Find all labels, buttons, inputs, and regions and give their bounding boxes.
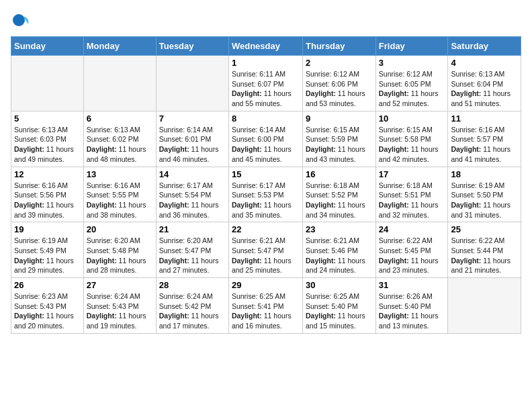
calendar-cell: 3Sunrise: 6:12 AMSunset: 6:05 PMDaylight… bbox=[375, 56, 448, 111]
day-number: 10 bbox=[379, 113, 445, 124]
day-number: 20 bbox=[87, 224, 153, 234]
calendar-cell: 8Sunrise: 6:14 AMSunset: 6:00 PMDaylight… bbox=[228, 111, 302, 167]
day-info: Sunrise: 6:21 AMSunset: 5:47 PMDaylight:… bbox=[232, 236, 300, 275]
calendar-cell: 2Sunrise: 6:12 AMSunset: 6:06 PMDaylight… bbox=[303, 56, 376, 111]
logo bbox=[11, 11, 32, 30]
day-number: 5 bbox=[14, 113, 81, 124]
day-number: 16 bbox=[306, 169, 373, 179]
day-number: 9 bbox=[306, 113, 373, 124]
day-number: 27 bbox=[87, 280, 153, 290]
day-info: Sunrise: 6:22 AMSunset: 5:44 PMDaylight:… bbox=[451, 236, 518, 275]
calendar-cell: 20Sunrise: 6:20 AMSunset: 5:48 PMDayligh… bbox=[83, 222, 156, 278]
calendar-cell bbox=[11, 56, 84, 111]
day-info: Sunrise: 6:19 AMSunset: 5:50 PMDaylight:… bbox=[451, 181, 518, 220]
page-header bbox=[11, 11, 521, 30]
calendar-cell: 25Sunrise: 6:22 AMSunset: 5:44 PMDayligh… bbox=[448, 222, 521, 278]
calendar-cell: 28Sunrise: 6:24 AMSunset: 5:42 PMDayligh… bbox=[156, 278, 228, 334]
day-info: Sunrise: 6:14 AMSunset: 6:01 PMDaylight:… bbox=[159, 125, 226, 165]
calendar-cell: 14Sunrise: 6:17 AMSunset: 5:54 PMDayligh… bbox=[156, 167, 228, 222]
day-number: 25 bbox=[451, 224, 518, 234]
day-number: 22 bbox=[232, 224, 300, 234]
day-info: Sunrise: 6:15 AMSunset: 5:59 PMDaylight:… bbox=[306, 125, 373, 165]
calendar-cell: 15Sunrise: 6:17 AMSunset: 5:53 PMDayligh… bbox=[228, 167, 302, 222]
day-info: Sunrise: 6:12 AMSunset: 6:05 PMDaylight:… bbox=[379, 69, 445, 109]
day-number: 14 bbox=[159, 169, 226, 179]
calendar-cell bbox=[156, 56, 228, 111]
calendar-cell: 5Sunrise: 6:13 AMSunset: 6:03 PMDaylight… bbox=[11, 111, 84, 167]
calendar-header-friday: Friday bbox=[375, 37, 448, 56]
calendar-cell: 16Sunrise: 6:18 AMSunset: 5:52 PMDayligh… bbox=[303, 167, 376, 222]
day-info: Sunrise: 6:13 AMSunset: 6:04 PMDaylight:… bbox=[451, 69, 518, 109]
day-info: Sunrise: 6:23 AMSunset: 5:43 PMDaylight:… bbox=[14, 291, 81, 331]
calendar-header-saturday: Saturday bbox=[448, 37, 521, 56]
calendar-cell: 13Sunrise: 6:16 AMSunset: 5:55 PMDayligh… bbox=[83, 167, 156, 222]
calendar-cell: 30Sunrise: 6:25 AMSunset: 5:40 PMDayligh… bbox=[303, 278, 376, 334]
calendar-week-row: 12Sunrise: 6:16 AMSunset: 5:56 PMDayligh… bbox=[11, 167, 521, 222]
calendar-header-row: SundayMondayTuesdayWednesdayThursdayFrid… bbox=[11, 37, 521, 56]
day-number: 6 bbox=[87, 113, 153, 124]
logo-icon bbox=[11, 11, 30, 30]
calendar-cell: 18Sunrise: 6:19 AMSunset: 5:50 PMDayligh… bbox=[448, 167, 521, 222]
day-number: 26 bbox=[14, 280, 81, 290]
day-info: Sunrise: 6:21 AMSunset: 5:46 PMDaylight:… bbox=[306, 236, 373, 275]
calendar-table: SundayMondayTuesdayWednesdayThursdayFrid… bbox=[11, 36, 521, 334]
calendar-header-wednesday: Wednesday bbox=[228, 37, 302, 56]
calendar-cell: 4Sunrise: 6:13 AMSunset: 6:04 PMDaylight… bbox=[448, 56, 521, 111]
day-info: Sunrise: 6:16 AMSunset: 5:56 PMDaylight:… bbox=[14, 181, 81, 220]
calendar-cell: 23Sunrise: 6:21 AMSunset: 5:46 PMDayligh… bbox=[303, 222, 376, 278]
day-number: 12 bbox=[14, 169, 81, 179]
day-number: 7 bbox=[159, 113, 226, 124]
day-info: Sunrise: 6:16 AMSunset: 5:55 PMDaylight:… bbox=[87, 181, 153, 220]
calendar-cell: 22Sunrise: 6:21 AMSunset: 5:47 PMDayligh… bbox=[228, 222, 302, 278]
day-info: Sunrise: 6:19 AMSunset: 5:49 PMDaylight:… bbox=[14, 236, 81, 275]
day-info: Sunrise: 6:14 AMSunset: 6:00 PMDaylight:… bbox=[232, 125, 300, 165]
day-info: Sunrise: 6:24 AMSunset: 5:42 PMDaylight:… bbox=[159, 291, 226, 331]
day-number: 18 bbox=[451, 169, 518, 179]
calendar-week-row: 26Sunrise: 6:23 AMSunset: 5:43 PMDayligh… bbox=[11, 278, 521, 334]
calendar-cell: 21Sunrise: 6:20 AMSunset: 5:47 PMDayligh… bbox=[156, 222, 228, 278]
day-number: 29 bbox=[232, 280, 300, 290]
day-info: Sunrise: 6:13 AMSunset: 6:02 PMDaylight:… bbox=[87, 125, 153, 165]
day-info: Sunrise: 6:11 AMSunset: 6:07 PMDaylight:… bbox=[232, 69, 300, 109]
calendar-header-sunday: Sunday bbox=[11, 37, 84, 56]
day-number: 17 bbox=[379, 169, 445, 179]
day-info: Sunrise: 6:16 AMSunset: 5:57 PMDaylight:… bbox=[451, 125, 518, 165]
calendar-header-thursday: Thursday bbox=[303, 37, 376, 56]
calendar-cell bbox=[83, 56, 156, 111]
day-info: Sunrise: 6:24 AMSunset: 5:43 PMDaylight:… bbox=[87, 291, 153, 331]
day-number: 13 bbox=[87, 169, 153, 179]
calendar-cell: 31Sunrise: 6:26 AMSunset: 5:40 PMDayligh… bbox=[375, 278, 448, 334]
day-number: 31 bbox=[379, 280, 445, 290]
day-info: Sunrise: 6:20 AMSunset: 5:48 PMDaylight:… bbox=[87, 236, 153, 275]
calendar-week-row: 5Sunrise: 6:13 AMSunset: 6:03 PMDaylight… bbox=[11, 111, 521, 167]
day-number: 15 bbox=[232, 169, 300, 179]
day-number: 4 bbox=[451, 58, 518, 68]
calendar-cell: 27Sunrise: 6:24 AMSunset: 5:43 PMDayligh… bbox=[83, 278, 156, 334]
day-number: 24 bbox=[379, 224, 445, 234]
calendar-cell: 26Sunrise: 6:23 AMSunset: 5:43 PMDayligh… bbox=[11, 278, 84, 334]
day-info: Sunrise: 6:17 AMSunset: 5:54 PMDaylight:… bbox=[159, 181, 226, 220]
day-number: 30 bbox=[306, 280, 373, 290]
calendar-cell: 29Sunrise: 6:25 AMSunset: 5:41 PMDayligh… bbox=[228, 278, 302, 334]
day-info: Sunrise: 6:12 AMSunset: 6:06 PMDaylight:… bbox=[306, 69, 373, 109]
day-number: 2 bbox=[306, 58, 373, 68]
day-info: Sunrise: 6:25 AMSunset: 5:40 PMDaylight:… bbox=[306, 291, 373, 331]
calendar-week-row: 1Sunrise: 6:11 AMSunset: 6:07 PMDaylight… bbox=[11, 56, 521, 111]
day-info: Sunrise: 6:15 AMSunset: 5:58 PMDaylight:… bbox=[379, 125, 445, 165]
day-info: Sunrise: 6:18 AMSunset: 5:52 PMDaylight:… bbox=[306, 181, 373, 220]
calendar-cell bbox=[448, 278, 521, 334]
day-info: Sunrise: 6:26 AMSunset: 5:40 PMDaylight:… bbox=[379, 291, 445, 331]
calendar-week-row: 19Sunrise: 6:19 AMSunset: 5:49 PMDayligh… bbox=[11, 222, 521, 278]
calendar-cell: 12Sunrise: 6:16 AMSunset: 5:56 PMDayligh… bbox=[11, 167, 84, 222]
calendar-cell: 10Sunrise: 6:15 AMSunset: 5:58 PMDayligh… bbox=[375, 111, 448, 167]
day-number: 28 bbox=[159, 280, 226, 290]
day-number: 19 bbox=[14, 224, 81, 234]
calendar-cell: 17Sunrise: 6:18 AMSunset: 5:51 PMDayligh… bbox=[375, 167, 448, 222]
day-number: 8 bbox=[232, 113, 300, 124]
calendar-header-monday: Monday bbox=[83, 37, 156, 56]
calendar-header-tuesday: Tuesday bbox=[156, 37, 228, 56]
day-number: 11 bbox=[451, 113, 518, 124]
calendar-cell: 24Sunrise: 6:22 AMSunset: 5:45 PMDayligh… bbox=[375, 222, 448, 278]
day-number: 23 bbox=[306, 224, 373, 234]
calendar-cell: 11Sunrise: 6:16 AMSunset: 5:57 PMDayligh… bbox=[448, 111, 521, 167]
